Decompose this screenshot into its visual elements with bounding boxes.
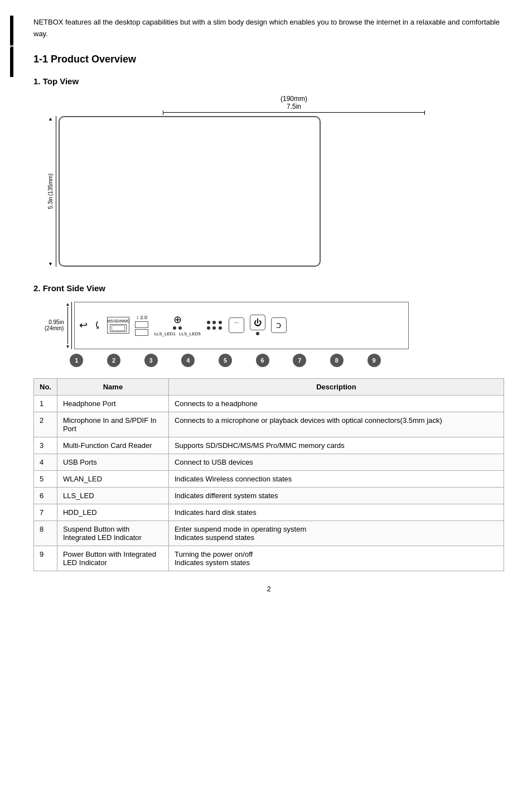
table-cell-no: 2 <box>34 412 57 437</box>
table-cell-name: Multi-Function Card Reader <box>57 437 168 454</box>
table-cell-name: LLS_LED <box>57 487 168 504</box>
table-cell-name: HDD_LED <box>57 504 168 520</box>
lls-led1-label: LLS_LED1 <box>154 331 176 336</box>
intro-paragraph: NETBOX features all the desktop capabili… <box>33 17 504 40</box>
table-cell-desc: Connect to USB devices <box>168 454 504 470</box>
top-dim-labels: (190mm) 7.5in <box>280 95 307 110</box>
table-row: 3Multi-Function Card ReaderSupports SD/S… <box>34 437 504 454</box>
front-panel-inner: ↩ ⤹ MS/SD/MMC ↕ 2.0 <box>75 302 408 349</box>
port-number-2: 2 <box>107 354 120 367</box>
page-num-value: 2 <box>267 585 270 593</box>
table-cell-desc: Indicates hard disk states <box>168 504 504 520</box>
table-cell-name: WLAN_LED <box>57 470 168 487</box>
port-number-7: 7 <box>293 354 306 367</box>
mic-port-icon: ⤹ <box>93 320 101 330</box>
table-row: 4USB PortsConnect to USB devices <box>34 454 504 470</box>
parts-table: No. Name Description 1Headphone PortConn… <box>33 378 504 571</box>
wlan-led-icon: ⊕ LLS_LED1 LLS_LED5 <box>154 315 200 336</box>
chapter-number: 1 <box>7 44 16 49</box>
table-cell-no: 4 <box>34 454 57 470</box>
table-header-no: No. <box>34 378 57 395</box>
headphone-port-icon: ↩ <box>79 320 88 330</box>
table-cell-name: Microphone In and S/PDIF In Port <box>57 412 168 437</box>
dim-side-mm: (135mm) <box>47 173 54 196</box>
port-number-6: 6 <box>256 354 269 367</box>
card-reader-icon: MS/SD/MMC <box>107 317 129 334</box>
table-cell-no: 1 <box>34 395 57 412</box>
table-row: 1Headphone PortConnects to a headphone <box>34 395 504 412</box>
table-cell-desc: Turning the power on/offIndicates system… <box>168 546 504 571</box>
lls-led5-label: LLS_LED5 <box>179 331 201 336</box>
dim-top-mm: (190mm) <box>280 95 307 103</box>
table-cell-name: Power Button with Integrated LED Indicat… <box>57 546 168 571</box>
dim-top-in: 7.5in <box>287 103 301 110</box>
usb-ports-icon: ↕ 2.0 <box>135 315 148 336</box>
top-device-box <box>59 116 321 267</box>
table-row: 6LLS_LEDIndicates different system state… <box>34 487 504 504</box>
table-row: 2Microphone In and S/PDIF In PortConnect… <box>34 412 504 437</box>
table-cell-desc: Connects to a headphone <box>168 395 504 412</box>
port-number-1: 1 <box>70 354 83 367</box>
table-cell-no: 7 <box>34 504 57 520</box>
table-cell-desc: Indicates Wireless connection states <box>168 470 504 487</box>
table-cell-no: 9 <box>34 546 57 571</box>
top-dim-wrapper: (190mm) 7.5in <box>84 95 504 115</box>
port-number-3: 3 <box>144 354 158 367</box>
chapter-marker: 1 <box>10 16 13 77</box>
table-cell-no: 3 <box>34 437 57 454</box>
suspend-button-icon: ⏻ <box>250 315 265 336</box>
top-dim-arrow <box>163 110 425 115</box>
table-cell-name: USB Ports <box>57 454 168 470</box>
front-panel-box: ↩ ⤹ MS/SD/MMC ↕ 2.0 <box>74 302 409 349</box>
port-number-4: 4 <box>181 354 195 367</box>
port-number-8: 8 <box>330 354 344 367</box>
table-header-name: Name <box>57 378 168 395</box>
table-cell-desc: Indicates different system states <box>168 487 504 504</box>
table-cell-desc: Enter suspend mode in operating systemIn… <box>168 520 504 546</box>
section-title: 1-1 Product Overview <box>33 54 504 65</box>
table-cell-desc: Supports SD/SDHC/MS/MS Pro/MMC memory ca… <box>168 437 504 454</box>
dim-side-in: 5.3in <box>47 197 54 209</box>
table-row: 7HDD_LEDIndicates hard disk states <box>34 504 504 520</box>
table-cell-no: 5 <box>34 470 57 487</box>
lls-led-icon <box>206 320 223 330</box>
table-header-desc: Description <box>168 378 504 395</box>
table-cell-desc: Connects to a microphone or playback dev… <box>168 412 504 437</box>
power-button-icon: Ↄ <box>271 317 287 333</box>
table-cell-name: Headphone Port <box>57 395 168 412</box>
table-cell-no: 6 <box>34 487 57 504</box>
port-number-5: 5 <box>219 354 232 367</box>
top-box-wrapper: ▲ (135mm) 5.3in ▼ <box>45 116 504 267</box>
table-row: 5WLAN_LEDIndicates Wireless connection s… <box>34 470 504 487</box>
table-cell-no: 8 <box>34 520 57 546</box>
page-number: 2 <box>33 585 504 593</box>
port-number-9: 9 <box>367 354 381 367</box>
top-view-label: 1. Top View <box>33 76 504 86</box>
front-dim-mm: (24mm) <box>45 325 64 331</box>
number-row: 1 2 3 4 5 6 7 8 9 <box>58 354 393 367</box>
table-row: 9Power Button with Integrated LED Indica… <box>34 546 504 571</box>
hdd-led-icon: ⌒ <box>229 317 244 333</box>
front-view-label: 2. Front Side View <box>33 283 504 293</box>
front-dim-in: 0.95in <box>49 319 64 325</box>
table-row: 8Suspend Button with Integrated LED Indi… <box>34 520 504 546</box>
table-cell-name: Suspend Button with Integrated LED Indic… <box>57 520 168 546</box>
